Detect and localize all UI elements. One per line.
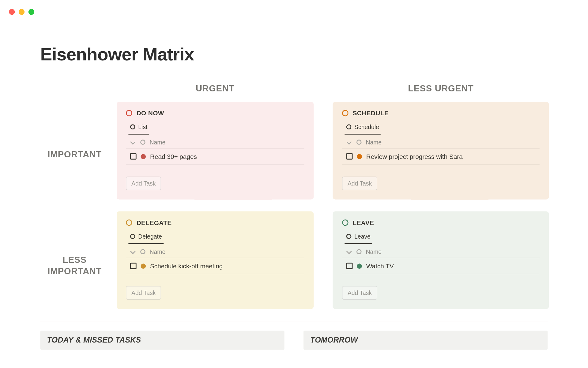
group-circle-icon [140,249,145,254]
minimize-window-icon[interactable] [19,9,24,15]
task-checkbox[interactable] [346,263,353,269]
view-icon [346,234,352,239]
priority-dot-icon [141,263,146,269]
status-circle-icon [342,220,349,226]
list-header[interactable]: Name [342,135,540,149]
chevron-down-icon[interactable] [346,249,352,255]
view-icon [130,125,135,130]
section-heading: TODAY & MISSED TASKS [47,336,278,345]
view-tab-label: Delegate [138,233,162,240]
column-name-header: Name [150,139,166,146]
column-header-urgent: URGENT [117,83,314,102]
column-name-header: Name [150,248,166,255]
column-header-less-urgent: LESS URGENT [333,83,549,102]
task-row[interactable]: Read 30+ pages [126,148,304,165]
view-icon [346,125,352,130]
divider [40,321,548,321]
maximize-window-icon[interactable] [28,9,34,15]
section-today-missed[interactable]: TODAY & MISSED TASKS [40,331,284,350]
quadrant-schedule[interactable]: SCHEDULE Schedule Name Review proje [333,102,549,199]
task-checkbox[interactable] [130,263,137,269]
close-window-icon[interactable] [9,9,15,15]
quadrant-do-now[interactable]: DO NOW List Name Read 30+ pages [117,102,314,199]
chevron-down-icon[interactable] [130,139,136,145]
status-circle-icon [126,220,132,226]
column-name-header: Name [366,248,382,255]
list-header[interactable]: Name [342,244,540,258]
view-icon [130,234,135,239]
quadrant-leave[interactable]: LEAVE Leave Name Watch TV [333,211,549,309]
group-circle-icon [356,249,362,254]
status-circle-icon [342,110,349,116]
priority-dot-icon [141,154,146,159]
task-title: Review project progress with Sara [366,153,463,160]
add-task-button[interactable]: Add Task [342,177,377,190]
view-tab-schedule[interactable]: Schedule [345,121,381,134]
chevron-down-icon[interactable] [346,139,352,145]
view-tab-label: List [138,124,147,130]
group-circle-icon [140,140,145,145]
task-row[interactable]: Watch TV [342,258,540,274]
column-name-header: Name [366,139,382,146]
add-task-button[interactable]: Add Task [126,286,161,300]
view-tab-label: Schedule [354,124,379,130]
page-title: Eisenhower Matrix [40,44,548,64]
view-tab-label: Leave [354,233,371,240]
task-checkbox[interactable] [346,153,353,160]
task-title: Schedule kick-off meeting [150,262,223,270]
view-tab-delegate[interactable]: Delegate [128,231,164,244]
priority-dot-icon [357,154,362,159]
task-row[interactable]: Schedule kick-off meeting [126,258,304,274]
window-traffic-lights[interactable] [9,9,34,15]
priority-dot-icon [357,263,362,269]
quadrant-title: SCHEDULE [352,109,389,117]
quadrant-title: LEAVE [352,219,374,226]
quadrant-delegate[interactable]: DELEGATE Delegate Name Schedule kic [117,211,314,309]
row-header-less-important: LESS IMPORTANT [40,211,116,277]
list-header[interactable]: Name [126,244,304,258]
list-header[interactable]: Name [126,135,304,149]
section-heading: TOMORROW [310,336,541,345]
add-task-button[interactable]: Add Task [342,286,377,300]
group-circle-icon [356,140,362,145]
task-checkbox[interactable] [130,153,137,160]
add-task-button[interactable]: Add Task [126,177,161,190]
quadrant-title: DELEGATE [137,219,172,226]
view-tab-list[interactable]: List [128,121,149,134]
row-header-important: IMPORTANT [40,102,116,160]
view-tab-leave[interactable]: Leave [345,231,372,244]
section-tomorrow[interactable]: TOMORROW [303,331,548,350]
chevron-down-icon[interactable] [130,249,136,255]
task-title: Watch TV [366,262,394,270]
task-title: Read 30+ pages [150,153,197,160]
quadrant-title: DO NOW [137,109,164,117]
task-row[interactable]: Review project progress with Sara [342,148,540,165]
status-circle-icon [126,110,132,116]
